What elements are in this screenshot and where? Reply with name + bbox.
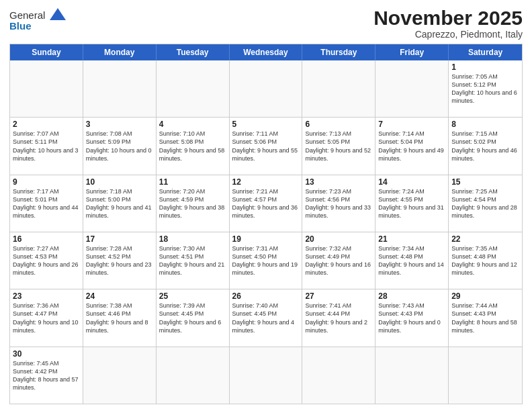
week-row-6: 30Sunrise: 7:45 AM Sunset: 4:42 PM Dayli…: [10, 347, 522, 404]
day-number: 26: [232, 291, 300, 301]
day-number: 2: [13, 120, 80, 129]
day-info: Sunrise: 7:18 AM Sunset: 5:00 PM Dayligh…: [86, 187, 153, 220]
header: General Blue November 2025 Caprezzo, Pie…: [9, 7, 523, 40]
month-title: November 2025: [373, 7, 523, 29]
day-info: Sunrise: 7:30 AM Sunset: 4:51 PM Dayligh…: [159, 244, 226, 277]
cell-4-1: 24Sunrise: 7:38 AM Sunset: 4:46 PM Dayli…: [83, 289, 157, 346]
svg-text:Blue: Blue: [9, 20, 32, 32]
cell-3-4: 20Sunrise: 7:32 AM Sunset: 4:49 PM Dayli…: [302, 232, 375, 289]
day-number: 27: [305, 291, 372, 301]
cell-5-4: [302, 347, 375, 404]
day-number: 29: [451, 291, 519, 301]
day-number: 9: [13, 177, 80, 187]
day-info: Sunrise: 7:40 AM Sunset: 4:45 PM Dayligh…: [232, 302, 300, 334]
cell-2-2: 11Sunrise: 7:20 AM Sunset: 4:59 PM Dayli…: [157, 175, 230, 232]
svg-marker-2: [50, 8, 66, 20]
day-number: 4: [159, 120, 226, 129]
cell-4-2: 25Sunrise: 7:39 AM Sunset: 4:45 PM Dayli…: [157, 289, 230, 346]
cell-4-5: 28Sunrise: 7:43 AM Sunset: 4:43 PM Dayli…: [375, 289, 449, 346]
cell-1-6: 8Sunrise: 7:15 AM Sunset: 5:02 PM Daylig…: [449, 118, 522, 174]
day-info: Sunrise: 7:23 AM Sunset: 4:56 PM Dayligh…: [305, 187, 372, 220]
day-info: Sunrise: 7:28 AM Sunset: 4:52 PM Dayligh…: [86, 244, 153, 277]
day-info: Sunrise: 7:05 AM Sunset: 5:12 PM Dayligh…: [451, 73, 519, 105]
cell-5-1: [83, 347, 157, 404]
cell-2-5: 14Sunrise: 7:24 AM Sunset: 4:55 PM Dayli…: [375, 175, 449, 232]
cell-2-4: 13Sunrise: 7:23 AM Sunset: 4:56 PM Dayli…: [302, 175, 375, 232]
day-info: Sunrise: 7:27 AM Sunset: 4:53 PM Dayligh…: [13, 244, 80, 277]
day-number: 14: [378, 177, 445, 187]
day-info: Sunrise: 7:31 AM Sunset: 4:50 PM Dayligh…: [232, 244, 300, 277]
svg-text:General: General: [9, 9, 45, 21]
day-number: 24: [86, 291, 153, 301]
day-number: 28: [378, 291, 445, 301]
header-saturday: Saturday: [449, 44, 522, 60]
logo: General Blue: [9, 7, 70, 36]
day-info: Sunrise: 7:45 AM Sunset: 4:42 PM Dayligh…: [13, 359, 80, 392]
day-info: Sunrise: 7:34 AM Sunset: 4:48 PM Dayligh…: [378, 244, 445, 277]
cell-1-2: 4Sunrise: 7:10 AM Sunset: 5:08 PM Daylig…: [157, 118, 230, 174]
cell-3-1: 17Sunrise: 7:28 AM Sunset: 4:52 PM Dayli…: [83, 232, 157, 289]
cell-4-3: 26Sunrise: 7:40 AM Sunset: 4:45 PM Dayli…: [230, 289, 303, 346]
cell-2-3: 12Sunrise: 7:21 AM Sunset: 4:57 PM Dayli…: [230, 175, 303, 232]
day-info: Sunrise: 7:43 AM Sunset: 4:43 PM Dayligh…: [378, 302, 445, 334]
day-number: 6: [305, 120, 372, 129]
day-number: 7: [378, 120, 445, 129]
cell-2-6: 15Sunrise: 7:25 AM Sunset: 4:54 PM Dayli…: [449, 175, 522, 232]
day-number: 12: [232, 177, 300, 187]
day-info: Sunrise: 7:41 AM Sunset: 4:44 PM Dayligh…: [305, 302, 372, 334]
cell-1-5: 7Sunrise: 7:14 AM Sunset: 5:04 PM Daylig…: [375, 118, 449, 174]
cell-3-0: 16Sunrise: 7:27 AM Sunset: 4:53 PM Dayli…: [10, 232, 83, 289]
day-info: Sunrise: 7:38 AM Sunset: 4:46 PM Dayligh…: [86, 302, 153, 334]
cell-2-1: 10Sunrise: 7:18 AM Sunset: 5:00 PM Dayli…: [83, 175, 157, 232]
day-number: 16: [13, 234, 80, 244]
day-info: Sunrise: 7:07 AM Sunset: 5:11 PM Dayligh…: [13, 130, 80, 163]
header-tuesday: Tuesday: [157, 44, 230, 60]
day-info: Sunrise: 7:14 AM Sunset: 5:04 PM Dayligh…: [378, 130, 445, 163]
week-row-3: 9Sunrise: 7:17 AM Sunset: 5:01 PM Daylig…: [10, 175, 522, 232]
cell-3-3: 19Sunrise: 7:31 AM Sunset: 4:50 PM Dayli…: [230, 232, 303, 289]
cell-2-0: 9Sunrise: 7:17 AM Sunset: 5:01 PM Daylig…: [10, 175, 83, 232]
cell-3-6: 22Sunrise: 7:35 AM Sunset: 4:48 PM Dayli…: [449, 232, 522, 289]
day-number: 1: [451, 62, 519, 72]
day-info: Sunrise: 7:39 AM Sunset: 4:45 PM Dayligh…: [159, 302, 226, 334]
week-row-5: 23Sunrise: 7:36 AM Sunset: 4:47 PM Dayli…: [10, 289, 522, 346]
day-info: Sunrise: 7:11 AM Sunset: 5:06 PM Dayligh…: [232, 130, 300, 163]
day-number: 18: [159, 234, 226, 244]
week-row-1: 1Sunrise: 7:05 AM Sunset: 5:12 PM Daylig…: [10, 60, 522, 117]
week-row-2: 2Sunrise: 7:07 AM Sunset: 5:11 PM Daylig…: [10, 117, 522, 174]
cell-0-1: [83, 60, 157, 117]
title-block: November 2025 Caprezzo, Piedmont, Italy: [373, 7, 523, 40]
calendar: Sunday Monday Tuesday Wednesday Thursday…: [9, 44, 523, 404]
cell-5-5: [375, 347, 449, 404]
day-number: 8: [451, 120, 519, 129]
header-sunday: Sunday: [10, 44, 83, 60]
day-number: 3: [86, 120, 153, 129]
day-number: 17: [86, 234, 153, 244]
day-number: 22: [451, 234, 519, 244]
cell-0-4: [302, 60, 375, 117]
cell-4-0: 23Sunrise: 7:36 AM Sunset: 4:47 PM Dayli…: [10, 289, 83, 346]
day-info: Sunrise: 7:15 AM Sunset: 5:02 PM Dayligh…: [451, 130, 519, 163]
day-info: Sunrise: 7:10 AM Sunset: 5:08 PM Dayligh…: [159, 130, 226, 163]
cell-0-5: [375, 60, 449, 117]
day-info: Sunrise: 7:36 AM Sunset: 4:47 PM Dayligh…: [13, 302, 80, 334]
cell-5-3: [230, 347, 303, 404]
header-wednesday: Wednesday: [230, 44, 303, 60]
day-info: Sunrise: 7:20 AM Sunset: 4:59 PM Dayligh…: [159, 187, 226, 220]
calendar-body: 1Sunrise: 7:05 AM Sunset: 5:12 PM Daylig…: [10, 60, 522, 404]
week-row-4: 16Sunrise: 7:27 AM Sunset: 4:53 PM Dayli…: [10, 232, 522, 289]
day-number: 13: [305, 177, 372, 187]
day-number: 5: [232, 120, 300, 129]
day-number: 21: [378, 234, 445, 244]
day-number: 23: [13, 291, 80, 301]
cell-4-4: 27Sunrise: 7:41 AM Sunset: 4:44 PM Dayli…: [302, 289, 375, 346]
day-number: 20: [305, 234, 372, 244]
location: Caprezzo, Piedmont, Italy: [373, 29, 523, 40]
day-info: Sunrise: 7:25 AM Sunset: 4:54 PM Dayligh…: [451, 187, 519, 220]
cell-0-2: [157, 60, 230, 117]
cell-5-0: 30Sunrise: 7:45 AM Sunset: 4:42 PM Dayli…: [10, 347, 83, 404]
cell-1-3: 5Sunrise: 7:11 AM Sunset: 5:06 PM Daylig…: [230, 118, 303, 174]
day-number: 15: [451, 177, 519, 187]
day-number: 25: [159, 291, 226, 301]
cell-4-6: 29Sunrise: 7:44 AM Sunset: 4:43 PM Dayli…: [449, 289, 522, 346]
